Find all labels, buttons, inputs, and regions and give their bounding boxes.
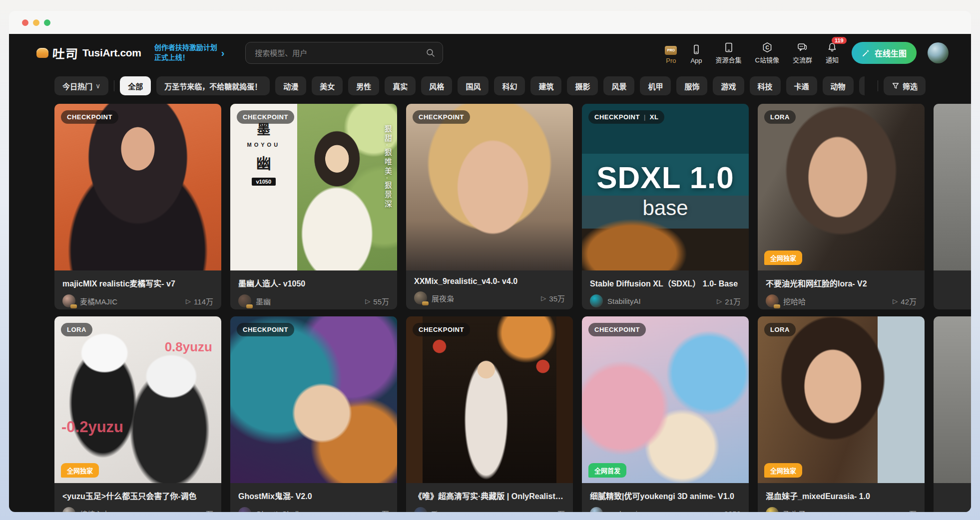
filter-tag-8[interactable]: 科幻 <box>494 76 525 95</box>
filter-tag-15[interactable]: 科技 <box>750 76 781 95</box>
filter-tag-16[interactable]: 卡通 <box>786 76 817 95</box>
model-meta-row: GhostInShell▷20万 <box>238 507 389 512</box>
filter-tag-4[interactable]: 男性 <box>348 76 379 95</box>
author-name[interactable]: youkengi <box>607 510 637 513</box>
author-name[interactable]: GhostInShell <box>256 510 299 513</box>
online-generate-button[interactable]: 在线生图 <box>852 42 917 64</box>
filter-tag-9[interactable]: 建筑 <box>530 76 561 95</box>
model-type-badge: CHECKPOINT <box>413 323 470 336</box>
moyou-brand: MOYOU <box>247 142 281 148</box>
model-card[interactable]: CHECKPOINTmajicMIX realistic麦橘写实- v7麦橘MA… <box>54 104 221 309</box>
filter-tag-label: 真实 <box>393 81 408 91</box>
filter-tag-5[interactable]: 真实 <box>385 76 416 95</box>
search-input[interactable] <box>245 42 443 64</box>
filter-tag-18[interactable]: 3D <box>859 76 865 95</box>
filter-tag-label: 摄影 <box>575 81 590 91</box>
filter-tag-17[interactable]: 动物 <box>823 76 854 95</box>
promo-banner[interactable]: 创作者扶持激励计划 正式上线！ › <box>154 43 225 62</box>
view-count: ▷42万 <box>893 296 917 306</box>
view-count-value: 19万 <box>549 509 565 513</box>
model-type-badge: CHECKPOINT <box>61 110 118 124</box>
model-card[interactable]: CHECKPOINTXXMix_9realistic_v4.0- v4.0展夜枭… <box>406 104 573 309</box>
model-type-badge: CHECKPOINT <box>237 323 294 336</box>
filter-tag-10[interactable]: 摄影 <box>567 76 598 95</box>
filter-button[interactable]: 筛选 <box>884 76 926 95</box>
author-avatar[interactable] <box>414 291 427 304</box>
author-name[interactable]: 绾绾心上c <box>80 509 114 513</box>
nav-item-5[interactable]: 通知119 <box>826 42 839 64</box>
chat-icon <box>797 42 808 53</box>
window-minimize-button[interactable] <box>33 19 39 26</box>
author-avatar[interactable] <box>238 507 251 512</box>
filter-tag-6[interactable]: 风格 <box>421 76 452 95</box>
model-thumbnail <box>934 316 971 483</box>
window-close-button[interactable] <box>22 19 28 26</box>
model-card[interactable]: CHECKPOINT墨MOYOU幽v1050狠甜·狠唯美·狠景深墨幽人造人- v… <box>230 104 397 309</box>
author-name[interactable]: 麦橘MAJIC <box>80 296 117 306</box>
filter-tag-label: 服饰 <box>684 81 699 91</box>
model-card-partial[interactable] <box>934 104 971 309</box>
model-card[interactable]: CHECKPOINT全网首发细腻精致|优可youkengi 3D anime- … <box>582 316 749 512</box>
nav-item-3[interactable]: CC站镜像 <box>755 42 779 64</box>
play-count-icon: ▷ <box>365 510 370 513</box>
author-avatar[interactable] <box>414 507 427 512</box>
filter-tag-14[interactable]: 游戏 <box>713 76 744 95</box>
thumbnail-text-overlay: SDXL 1.0base <box>582 104 749 270</box>
model-card-info: 不要油光和网红脸的lora- V2挖哈哈▷42万 <box>758 270 925 307</box>
filter-label: 筛选 <box>903 81 918 91</box>
model-grid: CHECKPOINTmajicMIX realistic麦橘写实- v7麦橘MA… <box>54 104 971 512</box>
filter-tag-3[interactable]: 美女 <box>312 76 343 95</box>
author-avatar[interactable] <box>766 294 779 307</box>
filter-tag-13[interactable]: 服饰 <box>676 76 707 95</box>
nav-item-pro[interactable]: PROPro <box>665 46 677 64</box>
user-avatar[interactable] <box>928 42 949 63</box>
filter-tag-11[interactable]: 风景 <box>603 76 634 95</box>
model-card[interactable]: LORA全网独家混血妹子_mixedEurasia- 1.0飞头子▷8万 <box>758 316 925 512</box>
window-zoom-button[interactable] <box>44 19 50 26</box>
model-thumbnail: LORA0.8yuzu-0.2yuzu全网独家 <box>54 316 221 483</box>
author-name[interactable]: 飞头子 <box>783 509 806 513</box>
view-count: ▷55万 <box>365 296 389 306</box>
pro-mini-badge <box>774 304 780 308</box>
filter-tag-1[interactable]: 万圣节来临，不给糖就捣蛋！ <box>156 76 270 95</box>
model-type-label: LORA <box>770 326 790 333</box>
author-name[interactable]: 展夜枭 <box>432 293 454 303</box>
model-card[interactable]: CHECKPOINT|XLSDXL 1.0baseStable Diffusio… <box>582 104 749 309</box>
model-thumbnail: CHECKPOINT <box>54 104 221 270</box>
view-count: ▷19万 <box>541 509 565 513</box>
filter-tag-2[interactable]: 动漫 <box>275 76 306 95</box>
filter-tag-0[interactable]: 全部 <box>120 76 151 95</box>
filter-tag-label: 科幻 <box>502 81 517 91</box>
filter-tag-7[interactable]: 国风 <box>458 76 489 95</box>
author-avatar[interactable] <box>590 507 603 512</box>
model-card[interactable]: LORA0.8yuzu-0.2yuzu全网独家<yuzu玉足>什么都玉只会害了你… <box>54 316 221 512</box>
sort-dropdown[interactable]: 今日热门 ∨ <box>54 76 108 95</box>
nav-item-1[interactable]: App <box>690 44 702 64</box>
author-name[interactable]: Tian__ <box>432 510 454 513</box>
app-content: 吐司 TusiArt.com 创作者扶持激励计划 正式上线！ › PROProA… <box>9 34 971 512</box>
model-card[interactable]: CHECKPOINT《唯》超高清写实·典藏版 | OnlyRealistic- … <box>406 316 573 512</box>
notification-count-badge: 119 <box>832 37 847 44</box>
author-avatar[interactable] <box>590 294 603 307</box>
sdxl-title-text: SDXL 1.0 <box>596 160 734 195</box>
author-name[interactable]: StabilityAI <box>607 297 641 305</box>
site-logo[interactable]: 吐司 TusiArt.com <box>36 44 141 62</box>
model-card[interactable]: LORA全网独家不要油光和网红脸的lora- V2挖哈哈▷42万 <box>758 104 925 309</box>
filter-tag-label: 万圣节来临，不给糖就捣蛋！ <box>164 81 262 91</box>
filter-tag-12[interactable]: 机甲 <box>640 76 671 95</box>
model-card-partial[interactable] <box>934 316 971 512</box>
filter-tag-label: 国风 <box>466 81 481 91</box>
nav-item-label: 通知 <box>826 55 839 64</box>
model-title: GhostMix鬼混- V2.0 <box>238 490 389 502</box>
author-avatar[interactable] <box>766 507 779 512</box>
author-avatar[interactable] <box>62 507 75 512</box>
model-type-badge: LORA <box>764 323 796 336</box>
author-name[interactable]: 墨幽 <box>256 296 271 306</box>
author-name[interactable]: 挖哈哈 <box>783 296 806 306</box>
nav-item-2[interactable]: 资源合集 <box>716 42 742 64</box>
nav-item-4[interactable]: 交流群 <box>793 42 812 64</box>
author-avatar[interactable] <box>62 294 75 307</box>
author-avatar[interactable] <box>238 294 251 307</box>
model-card[interactable]: CHECKPOINTGhostMix鬼混- V2.0GhostInShell▷2… <box>230 316 397 512</box>
model-card-info: <yuzu玉足>什么都玉只会害了你-调色绾绾心上c▷55万 <box>54 483 221 512</box>
